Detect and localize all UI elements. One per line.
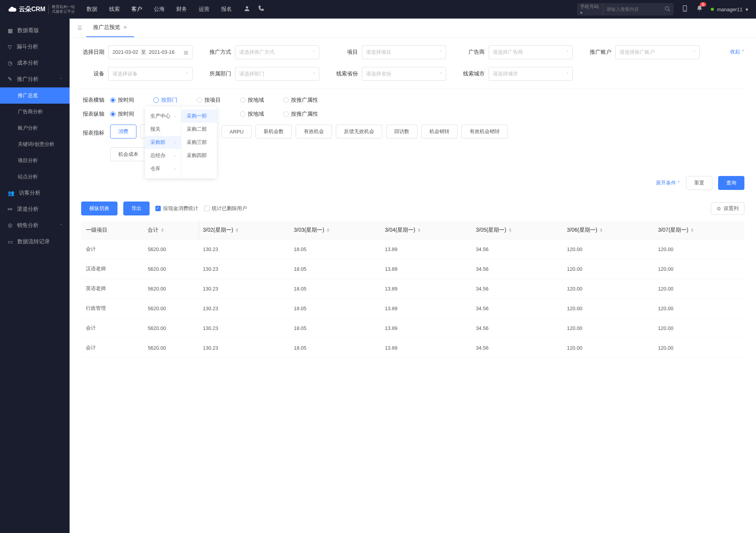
mobile-icon[interactable] <box>681 5 688 14</box>
collapse-link[interactable]: 收起˅ <box>730 48 744 55</box>
header-right: 5 manager11 ▾ <box>681 5 748 14</box>
cascade-col-2: 采购一部 采购二部 采购三部 采购四部 <box>181 106 217 178</box>
account-select[interactable]: 请选择推广账户˅ <box>615 45 700 59</box>
set-columns-button[interactable]: ⚙ 设置列 <box>711 202 744 215</box>
sidebar-item-cost[interactable]: ◷成本分析 <box>0 55 70 71</box>
table-cell: 18.05 <box>289 338 380 358</box>
query-button[interactable]: 查询 <box>718 176 744 190</box>
cascade-item[interactable]: 采购二部 <box>181 123 217 136</box>
sidebar-item-funnel[interactable]: ▽漏斗分析 <box>0 39 70 55</box>
city-select[interactable]: 请选择城市˅ <box>489 67 573 81</box>
table-header[interactable]: 一级项目 <box>81 221 143 239</box>
table-cell: 5620.00 <box>143 279 198 299</box>
sidebar-sub-site[interactable]: 站点分析 <box>0 169 70 185</box>
search-input[interactable] <box>606 7 664 12</box>
h-axis-dept[interactable]: 按部门 <box>153 97 177 104</box>
device-select[interactable]: 请选择设备˅ <box>108 67 192 81</box>
metric-op-cost[interactable]: 机会成本 <box>110 147 146 161</box>
v-axis-region[interactable]: 按地域 <box>240 111 264 118</box>
metric-valid-ops[interactable]: 有效机会 <box>296 125 332 138</box>
calendar-icon: ▦ <box>184 50 188 55</box>
expand-conditions-link[interactable]: 展开条件˅ <box>656 179 680 186</box>
sidebar-item-dashboard[interactable]: ▦数据看版 <box>0 22 70 39</box>
table-header[interactable]: 3/03(星期一)▲▼ <box>289 221 380 239</box>
cascade-item[interactable]: 总经办› <box>145 149 181 162</box>
menu-toggle-icon[interactable]: ☰ <box>73 22 86 34</box>
search-prefix[interactable]: 手机号码 ▾ <box>580 3 603 15</box>
metric-revisit[interactable]: 回访数 <box>386 125 417 138</box>
table-header[interactable]: 3/07(星期一)▲▼ <box>653 221 744 239</box>
phone-icon[interactable] <box>257 5 264 14</box>
dept-select[interactable]: 请选择部门˅ <box>235 67 319 81</box>
swap-button[interactable]: 横纵切换 <box>81 202 117 215</box>
search-icon[interactable] <box>664 6 671 13</box>
tab-overview[interactable]: 推广总预览 ✕ <box>86 19 134 37</box>
nav-data[interactable]: 数据 <box>87 6 97 13</box>
table-row: 会计5620.00130.2318.0513.8934.56120.00120.… <box>81 338 744 358</box>
nav-pool[interactable]: 公海 <box>154 6 165 13</box>
cascade-item[interactable]: 采购部› <box>145 136 181 149</box>
search-box[interactable]: 手机号码 ▾ <box>577 3 674 15</box>
metric-new-ops[interactable]: 新机会数 <box>255 125 292 138</box>
table-cell: 34.56 <box>471 318 562 338</box>
table-header[interactable]: 3/05(星期一)▲▼ <box>471 221 562 239</box>
table-header[interactable]: 3/02(星期一)▲▼ <box>198 221 289 239</box>
svg-line-2 <box>668 10 670 11</box>
table-header[interactable]: 合计▲▼ <box>143 221 198 239</box>
sidebar-sub-overview[interactable]: 推广总览 <box>0 87 70 104</box>
cash-stat-checkbox[interactable]: 按现金消费统计 <box>155 205 198 212</box>
nav-leads[interactable]: 线索 <box>109 6 120 13</box>
cascade-item[interactable]: 采购四部 <box>181 149 217 162</box>
nav-finance[interactable]: 财务 <box>176 6 187 13</box>
sidebar-item-visitor[interactable]: 👥访客分析 <box>0 185 70 201</box>
sidebar-sub-advertiser[interactable]: 广告商分析 <box>0 104 70 120</box>
advertiser-select[interactable]: 请选择广告商˅ <box>489 45 573 59</box>
sidebar-item-flow[interactable]: ▭数据流转记录 <box>0 234 70 250</box>
sidebar-sub-project[interactable]: 项目分析 <box>0 152 70 169</box>
reset-button[interactable]: 重置 <box>686 176 712 190</box>
province-select[interactable]: 请选择省份˅ <box>362 67 446 81</box>
cascade-item[interactable]: 生产中心› <box>145 109 181 123</box>
gear-icon: ⚙ <box>717 206 721 212</box>
h-axis-time[interactable]: 按时间 <box>110 97 134 104</box>
sidebar-sub-account[interactable]: 账户分析 <box>0 120 70 136</box>
metric-arpu[interactable]: ARPU <box>221 125 252 138</box>
bell-icon[interactable]: 5 <box>696 5 703 14</box>
deleted-stat-checkbox[interactable]: 统计已删除用户 <box>204 205 247 212</box>
sidebar-item-channel[interactable]: ⚯渠道分析 <box>0 201 70 217</box>
nav-ops[interactable]: 运营 <box>199 6 209 13</box>
user-icon[interactable] <box>243 5 250 14</box>
v-axis-attr[interactable]: 按推广属性 <box>283 111 318 118</box>
cascade-item[interactable]: 报关 <box>145 123 181 136</box>
cascade-item[interactable]: 仓库› <box>145 162 181 175</box>
metric-consume[interactable]: 消费 <box>110 125 136 138</box>
table-header[interactable]: 3/06(星期一)▲▼ <box>562 221 654 239</box>
user-menu[interactable]: manager11 ▾ <box>711 7 748 12</box>
project-select[interactable]: 请选择项目˅ <box>362 45 446 59</box>
sidebar-item-sales[interactable]: ◎销售分析˅ <box>0 217 70 234</box>
metric-valid-convert[interactable]: 有效机会销转 <box>461 125 508 138</box>
date-range-picker[interactable]: 2021-03-02 至 2021-03-16 ▦ <box>108 45 192 59</box>
v-axis-time[interactable]: 按时间 <box>110 111 134 118</box>
metric-convert[interactable]: 机会销转 <box>421 125 458 138</box>
table-cell: 120.00 <box>653 239 744 259</box>
sidebar-item-promotion[interactable]: ✎推广分析˄ <box>0 71 70 87</box>
h-axis-project[interactable]: 按项目 <box>197 97 221 104</box>
close-icon[interactable]: ✕ <box>123 25 127 30</box>
h-axis-attr[interactable]: 按推广属性 <box>283 97 318 104</box>
table-cell: 130.23 <box>198 259 289 279</box>
cascade-item[interactable]: 采购三部 <box>181 136 217 149</box>
method-select[interactable]: 请选择推广方式˅ <box>235 45 319 59</box>
sort-icon: ▲▼ <box>690 228 694 232</box>
sort-icon: ▲▼ <box>599 228 603 232</box>
logo-subtitle: 教育机构一站式服务云平台 <box>48 5 75 14</box>
metric-invalid-ops[interactable]: 反馈无效机会 <box>336 125 382 138</box>
cascade-item[interactable]: 采购一部 <box>181 109 217 123</box>
table-header[interactable]: 3/04(星期一)▲▼ <box>380 221 472 239</box>
method-label: 推广方式 <box>208 49 231 56</box>
nav-customers[interactable]: 客户 <box>131 6 142 13</box>
h-axis-region[interactable]: 按地域 <box>240 97 264 104</box>
nav-signup[interactable]: 报名 <box>221 6 232 13</box>
sidebar-sub-keyword[interactable]: 关键词/创意分析 <box>0 136 70 152</box>
export-button[interactable]: 导出 <box>123 202 150 215</box>
